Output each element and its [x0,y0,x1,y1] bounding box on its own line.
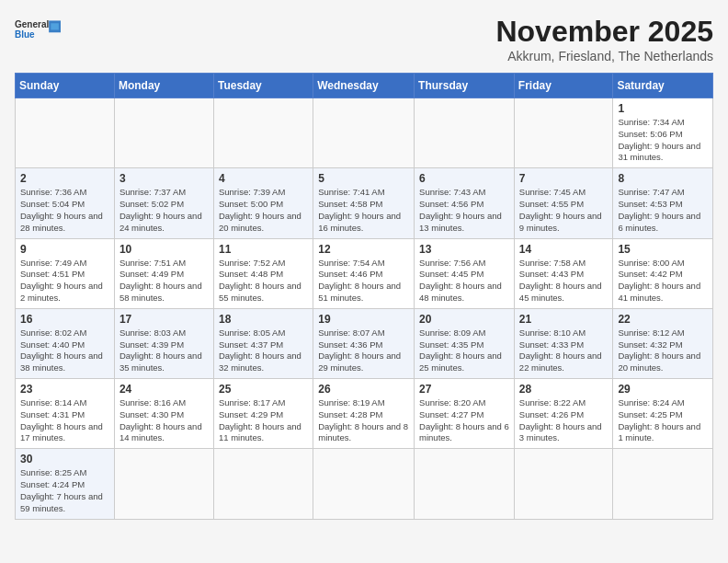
calendar-cell: 13Sunrise: 7:56 AM Sunset: 4:45 PM Dayli… [415,238,515,308]
calendar-cell: 26Sunrise: 8:19 AM Sunset: 4:28 PM Dayli… [313,379,415,449]
calendar-week-row: 16Sunrise: 8:02 AM Sunset: 4:40 PM Dayli… [16,308,713,378]
day-number: 3 [119,172,209,185]
calendar-cell: 24Sunrise: 8:16 AM Sunset: 4:30 PM Dayli… [114,379,213,449]
calendar-cell [415,449,515,519]
calendar-cell: 28Sunrise: 8:22 AM Sunset: 4:26 PM Dayli… [514,379,613,449]
calendar-cell: 8Sunrise: 7:47 AM Sunset: 4:53 PM Daylig… [613,168,713,238]
weekday-header-saturday: Saturday [613,74,713,98]
day-number: 2 [20,172,109,185]
day-number: 19 [318,313,409,326]
day-number: 8 [618,172,708,185]
day-number: 29 [618,383,708,396]
day-number: 28 [519,383,609,396]
day-info: Sunrise: 7:43 AM Sunset: 4:56 PM Dayligh… [419,187,509,234]
calendar-cell: 7Sunrise: 7:45 AM Sunset: 4:55 PM Daylig… [514,168,613,238]
calendar-cell [514,98,613,168]
calendar-cell [114,98,213,168]
calendar-cell: 22Sunrise: 8:12 AM Sunset: 4:32 PM Dayli… [613,308,713,378]
day-info: Sunrise: 7:36 AM Sunset: 5:04 PM Dayligh… [20,187,109,234]
day-number: 7 [519,172,609,185]
calendar-cell: 30Sunrise: 8:25 AM Sunset: 4:24 PM Dayli… [16,449,115,519]
calendar-cell [213,449,313,519]
calendar-cell [313,98,415,168]
title-area: November 2025 Akkrum, Friesland, The Net… [495,15,713,63]
weekday-header-thursday: Thursday [415,74,515,98]
day-info: Sunrise: 8:22 AM Sunset: 4:26 PM Dayligh… [519,397,609,444]
calendar-cell [213,98,313,168]
calendar-cell [313,449,415,519]
day-info: Sunrise: 7:39 AM Sunset: 5:00 PM Dayligh… [219,187,308,234]
day-info: Sunrise: 8:00 AM Sunset: 4:42 PM Dayligh… [618,258,708,304]
day-info: Sunrise: 7:51 AM Sunset: 4:49 PM Dayligh… [119,258,209,304]
day-number: 9 [20,243,109,256]
day-info: Sunrise: 8:03 AM Sunset: 4:39 PM Dayligh… [119,327,209,374]
day-info: Sunrise: 8:09 AM Sunset: 4:35 PM Dayligh… [419,327,509,374]
calendar-week-row: 9Sunrise: 7:49 AM Sunset: 4:51 PM Daylig… [16,238,713,308]
day-info: Sunrise: 7:34 AM Sunset: 5:06 PM Dayligh… [618,117,708,164]
day-info: Sunrise: 7:41 AM Sunset: 4:58 PM Dayligh… [318,187,409,234]
calendar-cell [415,98,515,168]
day-number: 17 [119,313,209,326]
calendar-cell: 2Sunrise: 7:36 AM Sunset: 5:04 PM Daylig… [16,168,115,238]
day-number: 30 [20,453,109,465]
calendar-cell [16,98,115,168]
calendar-cell: 29Sunrise: 8:24 AM Sunset: 4:25 PM Dayli… [613,379,713,449]
month-title: November 2025 [495,15,713,49]
day-info: Sunrise: 8:17 AM Sunset: 4:29 PM Dayligh… [219,397,308,444]
calendar-cell: 15Sunrise: 8:00 AM Sunset: 4:42 PM Dayli… [613,238,713,308]
calendar-cell: 18Sunrise: 8:05 AM Sunset: 4:37 PM Dayli… [213,308,313,378]
day-info: Sunrise: 7:56 AM Sunset: 4:45 PM Dayligh… [419,258,509,304]
day-info: Sunrise: 8:07 AM Sunset: 4:36 PM Dayligh… [318,327,409,374]
day-info: Sunrise: 7:47 AM Sunset: 4:53 PM Dayligh… [618,187,708,234]
day-number: 26 [318,383,409,396]
day-info: Sunrise: 7:58 AM Sunset: 4:43 PM Dayligh… [519,258,609,304]
day-number: 11 [219,243,308,256]
day-number: 5 [318,172,409,185]
day-info: Sunrise: 8:20 AM Sunset: 4:27 PM Dayligh… [419,397,509,444]
calendar-table: SundayMondayTuesdayWednesdayThursdayFrid… [15,73,713,520]
day-info: Sunrise: 8:19 AM Sunset: 4:28 PM Dayligh… [318,397,409,444]
day-number: 23 [20,383,109,396]
calendar-cell: 21Sunrise: 8:10 AM Sunset: 4:33 PM Dayli… [514,308,613,378]
day-number: 1 [618,102,708,115]
day-number: 13 [419,243,509,256]
weekday-header-row: SundayMondayTuesdayWednesdayThursdayFrid… [16,74,713,98]
calendar-cell: 6Sunrise: 7:43 AM Sunset: 4:56 PM Daylig… [415,168,515,238]
day-info: Sunrise: 7:52 AM Sunset: 4:48 PM Dayligh… [219,258,308,304]
location-subtitle: Akkrum, Friesland, The Netherlands [495,49,713,63]
svg-text:Blue: Blue [15,29,35,40]
calendar-cell [613,449,713,519]
day-number: 24 [119,383,209,396]
weekday-header-friday: Friday [514,74,613,98]
calendar-week-row: 2Sunrise: 7:36 AM Sunset: 5:04 PM Daylig… [16,168,713,238]
calendar-cell: 23Sunrise: 8:14 AM Sunset: 4:31 PM Dayli… [16,379,115,449]
calendar-cell: 16Sunrise: 8:02 AM Sunset: 4:40 PM Dayli… [16,308,115,378]
day-number: 22 [618,313,708,326]
calendar-cell: 25Sunrise: 8:17 AM Sunset: 4:29 PM Dayli… [213,379,313,449]
calendar-cell: 9Sunrise: 7:49 AM Sunset: 4:51 PM Daylig… [16,238,115,308]
calendar-cell: 12Sunrise: 7:54 AM Sunset: 4:46 PM Dayli… [313,238,415,308]
day-number: 20 [419,313,509,326]
calendar-cell: 3Sunrise: 7:37 AM Sunset: 5:02 PM Daylig… [114,168,213,238]
calendar-week-row: 23Sunrise: 8:14 AM Sunset: 4:31 PM Dayli… [16,379,713,449]
weekday-header-sunday: Sunday [16,74,115,98]
calendar-week-row: 30Sunrise: 8:25 AM Sunset: 4:24 PM Dayli… [16,449,713,519]
day-info: Sunrise: 8:12 AM Sunset: 4:32 PM Dayligh… [618,327,708,374]
svg-marker-3 [51,23,59,29]
day-number: 14 [519,243,609,256]
calendar-cell: 19Sunrise: 8:07 AM Sunset: 4:36 PM Dayli… [313,308,415,378]
day-info: Sunrise: 8:05 AM Sunset: 4:37 PM Dayligh… [219,327,308,374]
day-number: 4 [219,172,308,185]
day-info: Sunrise: 8:16 AM Sunset: 4:30 PM Dayligh… [119,397,209,444]
page-header: General Blue November 2025 Akkrum, Fries… [15,15,713,63]
calendar-week-row: 1Sunrise: 7:34 AM Sunset: 5:06 PM Daylig… [16,98,713,168]
calendar-cell: 5Sunrise: 7:41 AM Sunset: 4:58 PM Daylig… [313,168,415,238]
calendar-cell: 4Sunrise: 7:39 AM Sunset: 5:00 PM Daylig… [213,168,313,238]
day-number: 10 [119,243,209,256]
calendar-cell [114,449,213,519]
day-number: 21 [519,313,609,326]
calendar-cell: 11Sunrise: 7:52 AM Sunset: 4:48 PM Dayli… [213,238,313,308]
calendar-cell: 10Sunrise: 7:51 AM Sunset: 4:49 PM Dayli… [114,238,213,308]
calendar-cell: 27Sunrise: 8:20 AM Sunset: 4:27 PM Dayli… [415,379,515,449]
day-number: 6 [419,172,509,185]
